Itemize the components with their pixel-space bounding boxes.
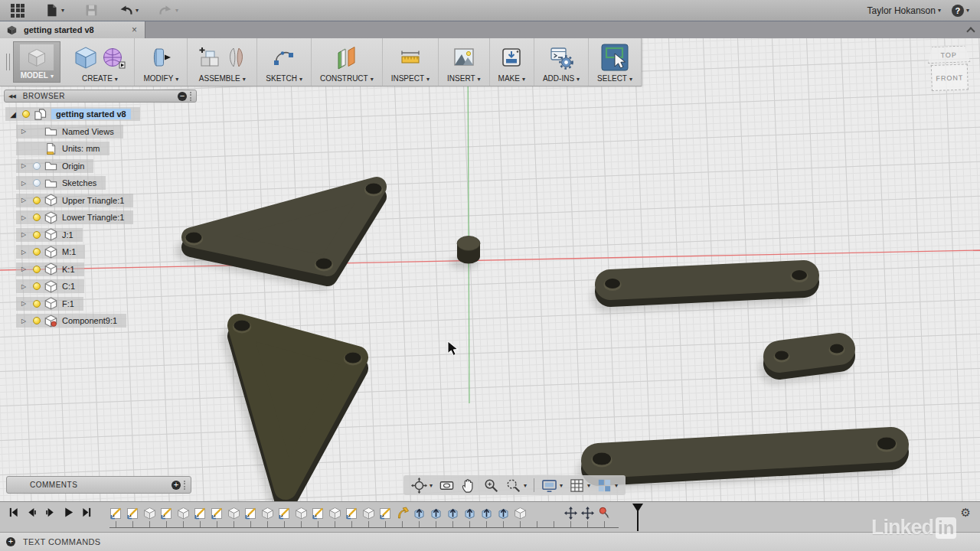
browser-item-m-1[interactable]: ▷ M:1 (16, 245, 85, 259)
app-grid-icon[interactable] (11, 4, 24, 18)
collapse-toolbar-chevron-icon[interactable] (968, 27, 974, 33)
timeline-feature-sketch-4[interactable] (160, 507, 173, 520)
timeline-feature-cube-25[interactable] (514, 507, 527, 520)
toolbar-group-add-ins[interactable]: ADD-INS (534, 38, 589, 86)
toolbar-group-assemble[interactable]: ASSEMBLE (188, 38, 257, 86)
tab-close-icon[interactable]: × (130, 24, 139, 35)
nav-gridvis-button[interactable] (566, 478, 593, 494)
viewcube-front-face[interactable]: FRONT (931, 64, 969, 91)
timeline-feature-sketch-7[interactable] (211, 507, 224, 520)
browser-item-upper-triangle-1[interactable]: ▷ Upper Triangle:1 (16, 194, 133, 207)
timeline-feature-extrude-23[interactable] (480, 507, 493, 520)
tree-expand-arrow-icon[interactable]: ▷ (18, 266, 29, 272)
text-commands-label[interactable]: TEXT COMMANDS (23, 537, 101, 546)
visibility-bulb-icon[interactable] (22, 110, 30, 118)
printer-icon[interactable] (499, 45, 524, 70)
visibility-bulb-icon[interactable] (33, 248, 41, 256)
toolbar-group-construct[interactable]: CONSTRUCT (312, 38, 383, 86)
timeline-feature-extrude-20[interactable] (430, 507, 443, 520)
playback-fwd-button[interactable] (44, 507, 56, 518)
toolbar-group-make[interactable]: MAKE (490, 38, 534, 86)
timeline-feature-cube-8[interactable] (227, 507, 240, 520)
browser-item-units-mm[interactable]: Units: mm (16, 142, 109, 155)
browser-header[interactable]: ◀◀ BROWSER (4, 90, 197, 103)
construct-planes-icon[interactable] (335, 45, 359, 70)
nav-zoomwin-button[interactable] (502, 478, 530, 494)
timeline-settings-gear-icon[interactable]: ⚙ (961, 506, 971, 520)
tree-expand-arrow-icon[interactable]: ▷ (18, 249, 29, 256)
browser-item-j-1[interactable]: ▷ J:1 (16, 228, 83, 242)
view-cube[interactable]: TOP FRONT (923, 45, 980, 96)
cube-blue-icon[interactable] (74, 45, 98, 70)
browser-item-named-views[interactable]: ▷ Named Views (16, 125, 123, 139)
browser-item-origin[interactable]: ▷ Origin (16, 159, 93, 173)
comments-panel[interactable]: COMMENTS (6, 476, 191, 494)
timeline-feature-cylinder-26[interactable] (531, 507, 544, 520)
browser-item-component9-1[interactable]: ▷ Component9:1 (16, 314, 126, 328)
timeline-feature-move-28[interactable] (564, 507, 577, 520)
timeline-feature-sketch-15[interactable] (345, 507, 358, 520)
file-menu-button[interactable] (44, 3, 64, 18)
select-icon[interactable] (601, 44, 629, 71)
tree-expand-arrow-icon[interactable]: ▷ (18, 214, 29, 221)
save-button[interactable] (84, 3, 99, 18)
browser-grip-handle[interactable] (190, 92, 192, 101)
timeline-feature-component-27[interactable] (547, 507, 560, 520)
redo-button[interactable] (158, 3, 178, 18)
addins-icon[interactable] (549, 45, 573, 70)
nav-pan-button[interactable] (458, 478, 480, 494)
browser-minimize-icon[interactable] (178, 92, 187, 101)
asm-cubes-icon[interactable] (196, 45, 220, 70)
browser-item-k-1[interactable]: ▷ K:1 (16, 262, 84, 276)
browser-item-getting-started-v8[interactable]: ◢ getting started v8 (5, 107, 140, 121)
toolbar-group-modify[interactable]: MODIFY (135, 38, 188, 86)
tree-expand-arrow-icon[interactable]: ▷ (18, 128, 29, 135)
text-commands-expand-icon[interactable] (6, 537, 15, 546)
tree-expand-arrow-icon[interactable]: ▷ (18, 300, 29, 307)
timeline-feature-cube-16[interactable] (362, 507, 375, 520)
document-tab[interactable]: getting started v8 × (0, 21, 145, 38)
workspace-model-button[interactable]: MODEL (13, 41, 60, 83)
tree-expand-arrow-icon[interactable]: ▷ (18, 318, 29, 324)
presspull-icon[interactable] (149, 45, 173, 70)
visibility-bulb-icon[interactable] (33, 231, 41, 239)
tree-expand-arrow-icon[interactable]: ▷ (18, 162, 29, 169)
timeline-feature-sketch-13[interactable] (312, 507, 325, 520)
nav-orbit-button[interactable] (408, 478, 436, 494)
timeline-feature-extrude-24[interactable] (497, 507, 510, 520)
timeline-feature-sketch-6[interactable] (194, 507, 207, 520)
visibility-bulb-icon[interactable] (33, 162, 41, 170)
timeline-feature-extrude-19[interactable] (413, 507, 426, 520)
toolbar-drag-handle[interactable] (6, 54, 10, 70)
timeline-feature-sketch-9[interactable] (244, 507, 257, 520)
visibility-bulb-icon[interactable] (33, 266, 41, 273)
visibility-bulb-icon[interactable] (33, 282, 41, 290)
visibility-bulb-icon[interactable] (33, 300, 41, 308)
comments-expand-icon[interactable] (172, 481, 181, 490)
toolbar-group-inspect[interactable]: INSPECT (383, 38, 439, 86)
timeline-feature-cube-12[interactable] (295, 507, 308, 520)
timeline-feature-pin-30[interactable] (598, 507, 611, 520)
timeline-feature-gold-18[interactable] (396, 507, 409, 520)
visibility-bulb-icon[interactable] (33, 317, 41, 324)
browser-collapse-icon[interactable]: ◀◀ (8, 93, 15, 99)
timeline-feature-cube-5[interactable] (177, 507, 190, 520)
browser-item-f-1[interactable]: ▷ F:1 (16, 297, 83, 311)
nav-viewports-button[interactable] (593, 478, 621, 494)
spline-icon[interactable] (272, 45, 296, 70)
tree-expand-arrow-icon[interactable]: ▷ (18, 283, 29, 290)
asm-joint-icon[interactable] (224, 45, 248, 70)
comments-grip-handle[interactable] (184, 481, 186, 490)
tree-expand-arrow-icon[interactable]: ▷ (18, 180, 29, 187)
tree-expand-arrow-icon[interactable]: ◢ (8, 110, 18, 119)
timeline-feature-cube-10[interactable] (261, 507, 274, 520)
timeline-feature-cube-14[interactable] (328, 507, 341, 520)
undo-button[interactable] (119, 3, 139, 18)
browser-item-sketches[interactable]: ▷ Sketches (16, 176, 106, 190)
toolbar-group-create[interactable]: CREATE (65, 38, 135, 86)
timeline-playhead[interactable] (632, 504, 643, 531)
timeline-feature-sketch-11[interactable] (278, 507, 291, 520)
tree-expand-arrow-icon[interactable]: ▷ (18, 197, 29, 204)
playback-play-button[interactable] (63, 507, 74, 518)
browser-item-lower-triangle-1[interactable]: ▷ Lower Triangle:1 (16, 210, 133, 224)
